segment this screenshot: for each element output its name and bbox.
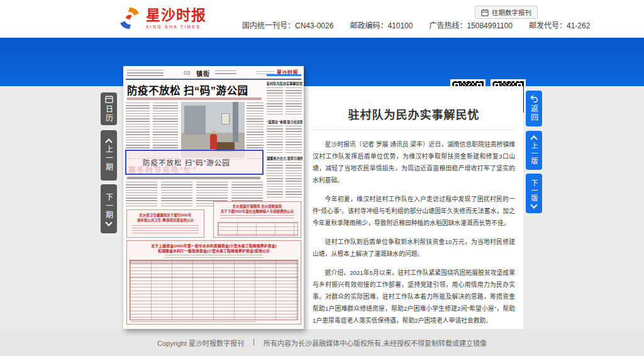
- footer-divider: |: [253, 338, 255, 345]
- next-issue-label: 下一期: [104, 193, 114, 220]
- sub-article-dek: [127, 177, 260, 179]
- section-name: 镇街: [196, 69, 210, 78]
- section-subinfo: [215, 70, 236, 75]
- paper-subheadline: [127, 97, 262, 100]
- newspaper-page-thumbnail[interactable]: 03 镇街 星沙时报 防疫不放松 扫“码”游公园 寒冬时节充电“忙” 防疫不放松…: [123, 66, 304, 329]
- article-paragraph: 今年初夏，维汉村驻村工作队在入户走访过程中发现了困扰村民的一件“烦心事”。该村寺…: [313, 193, 515, 229]
- article-view: 驻村队为民办实事解民忧 星沙时报讯（记者 罗展 通讯员 梁丰）近日，湖南信息职院…: [313, 106, 515, 333]
- notice-medical-bureau: 长沙县医疗保障局 长沙县财政局 关于下拨2022年度社会精神病人专项经费的公示: [213, 201, 301, 238]
- text-column: [286, 126, 302, 153]
- chevron-down-icon: [105, 219, 112, 226]
- app-header: 星沙时报 XING SHA TIMES 国内统一刊号：CN43-0026 邮政编…: [0, 0, 644, 38]
- article-paragraph: 据介绍，2021年5月以来，驻村工作队紧紧围绕巩固拓展脱贫攻坚成果与乡村振兴有效…: [313, 267, 515, 326]
- back-label: 返回: [529, 104, 540, 122]
- right-article-title[interactable]: 凝聚各方合力 发挥引领作用: [267, 156, 303, 160]
- chevron-up-icon: [105, 138, 112, 145]
- notice-water-funds: 关于上级资金(2022年第一批中央水利发展资金(小型水库工程维修养护资金) 和湖…: [126, 240, 301, 325]
- prev-issue-label: 上一期: [104, 145, 114, 172]
- title-divider: [313, 130, 515, 130]
- page-header-info: [127, 70, 164, 76]
- logo-subtitle: XING SHA TIMES: [146, 25, 206, 29]
- logo-title: 星沙时报: [146, 8, 206, 23]
- prev-issue-button[interactable]: 上一期: [101, 130, 117, 181]
- header-rule: [126, 79, 301, 80]
- text-column: [267, 162, 283, 197]
- publication-meta: 国内统一刊号：CN43-0026 邮政编码：410100 广告热线：150849…: [242, 19, 590, 30]
- paper-headline: 防疫不放松 扫“码”游公园: [127, 82, 248, 97]
- page: 星沙时报 XING SHA TIMES 国内统一刊号：CN43-0026 邮政编…: [0, 0, 644, 356]
- prev-page-label: 上一版: [529, 142, 539, 165]
- article-highlight-box[interactable]: 防疫不放松 扫“码”游公园: [125, 150, 264, 175]
- text-column: [286, 87, 302, 116]
- calendar-icon: [105, 95, 113, 103]
- right-article-title[interactable]: 驻村队为民办实事解民忧: [267, 81, 303, 86]
- text-column: [267, 87, 283, 116]
- meta-postcode: 邮政编码：410100: [350, 19, 413, 30]
- calendar-icon: [481, 9, 489, 16]
- notice-health-bureau: 长沙县卫生健康局关于拨付2022年 省补助公共卫生-降消项目资金的公示: [126, 209, 204, 238]
- right-column-rule: [267, 74, 301, 76]
- meta-post-code2: 邮发代号：41-262: [529, 19, 590, 30]
- funds-table: [130, 260, 298, 320]
- meta-hotline: 广告热线：15084991100: [429, 19, 513, 30]
- notice-table: [218, 222, 298, 236]
- article-paragraph: 驻村工作队到后盾单位争取到水利帮扶资金10万元，为当地村民修建山塘，从根本上解决…: [313, 236, 515, 260]
- text-column: [267, 126, 283, 153]
- next-page-button[interactable]: 下一版: [526, 174, 542, 213]
- archive-button[interactable]: 往期数字报刊: [475, 6, 538, 19]
- text-column: [126, 182, 157, 208]
- person-red-vest: [210, 134, 217, 149]
- calendar-button[interactable]: 日历: [101, 92, 117, 125]
- text-column: [286, 162, 302, 197]
- text-column: [161, 182, 192, 208]
- page-number: 03: [184, 70, 190, 76]
- right-article-title[interactable]: “蓝朋友”参观 助力社区防疫: [267, 120, 303, 124]
- chevron-up-icon: [530, 135, 537, 142]
- logo[interactable]: 星沙时报 XING SHA TIMES: [117, 6, 206, 31]
- meta-issn: 国内统一刊号：CN43-0026: [242, 19, 333, 30]
- highlight-label: 防疫不放松 扫“码”游公园: [143, 157, 230, 167]
- back-button[interactable]: 返回: [526, 91, 542, 126]
- next-issue-button[interactable]: 下一期: [101, 184, 117, 233]
- footer-copyright: Copyright 星沙时报数字报刊: [157, 338, 244, 348]
- article-paragraph: 星沙时报讯（记者 罗展 通讯员 梁丰）近日，湖南信息职院驻高桥镇维汉村工作队发挥…: [313, 138, 515, 186]
- calendar-label: 日历: [104, 105, 114, 123]
- logo-swirl-icon: [117, 6, 142, 31]
- chevron-down-icon: [530, 201, 537, 208]
- back-arrow-icon: [530, 95, 538, 103]
- footer-rights: 所有内容为长沙县融媒体中心版权所有,未经授权不得复制转载或建立镜像: [264, 338, 487, 348]
- archive-button-label: 往期数字报刊: [492, 8, 531, 17]
- next-page-label: 下一版: [529, 179, 539, 202]
- prev-page-button[interactable]: 上一版: [526, 131, 542, 170]
- toolbar: 2022年11月29日: [0, 38, 644, 86]
- article-title: 驻村队为民办实事解民忧: [313, 106, 515, 122]
